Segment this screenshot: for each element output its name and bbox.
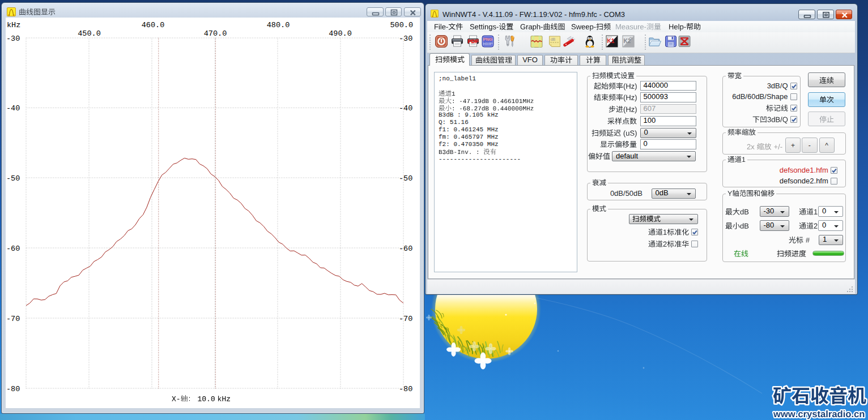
- svg-text:450.0: 450.0: [78, 29, 101, 38]
- svg-text:-40: -40: [399, 104, 412, 113]
- svg-text:PDF: PDF: [468, 38, 479, 44]
- svg-text:490.0: 490.0: [329, 29, 352, 38]
- svg-text:BMP: BMP: [483, 41, 493, 46]
- svg-text:-80: -80: [399, 385, 412, 393]
- svg-text:-30: -30: [399, 35, 412, 43]
- svg-text:-60: -60: [6, 245, 20, 253]
- svg-text:-70: -70: [6, 315, 20, 323]
- svg-text:-60: -60: [399, 245, 412, 253]
- svg-text:-70: -70: [399, 315, 412, 323]
- svg-text:500.0: 500.0: [390, 21, 413, 29]
- svg-text:K1: K1: [607, 38, 615, 44]
- svg-text:kHz: kHz: [7, 21, 20, 29]
- svg-text:-50: -50: [6, 174, 20, 183]
- svg-text:-30: -30: [6, 35, 20, 43]
- svg-text:dB: dB: [551, 37, 556, 41]
- svg-text:-80: -80: [6, 385, 20, 393]
- svg-text:-40: -40: [6, 104, 20, 113]
- svg-text:470.0: 470.0: [204, 29, 227, 38]
- svg-text:-50: -50: [399, 174, 412, 183]
- svg-text:K2: K2: [624, 38, 631, 44]
- svg-text:460.0: 460.0: [142, 21, 165, 29]
- svg-text:480.0: 480.0: [267, 21, 290, 29]
